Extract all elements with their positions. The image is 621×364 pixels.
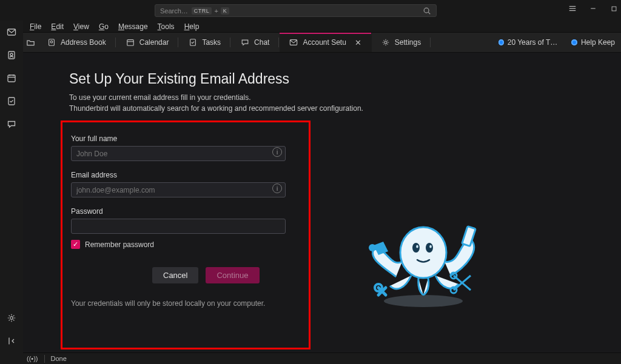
account-form-highlight: Your full name i Email address i Passwor… [61, 121, 310, 349]
svg-rect-8 [8, 51, 15, 59]
octopus-illustration [363, 210, 484, 313]
spaces-settings-icon[interactable] [0, 306, 23, 329]
spaces-mail-icon[interactable] [0, 21, 23, 44]
continue-button[interactable]: Continue [206, 267, 259, 283]
tab-label: Calendar [139, 38, 169, 47]
svg-rect-19 [127, 40, 133, 46]
global-search-input[interactable]: Search… CTRL + K [155, 4, 437, 17]
menu-tools[interactable]: Tools [153, 22, 179, 31]
tab-label: Tasks [202, 38, 221, 47]
minimize-button[interactable] [588, 4, 598, 13]
window-controls [568, 4, 619, 13]
svg-rect-17 [49, 39, 55, 46]
menu-message[interactable]: Message [114, 22, 152, 31]
password-input[interactable] [71, 219, 286, 234]
status-bar: ((•)) Done [23, 352, 621, 364]
credentials-note: Your credentials will only be stored loc… [71, 299, 300, 308]
page-subtitle: To use your current email address fill i… [69, 92, 363, 114]
connectivity-icon[interactable]: ((•)) [27, 355, 38, 362]
pill-label: 20 Years of Thund [508, 38, 559, 47]
menu-go[interactable]: Go [95, 22, 113, 31]
dot-icon [498, 39, 504, 45]
spaces-tasks-icon[interactable] [0, 90, 23, 113]
svg-point-0 [424, 8, 429, 13]
spaces-toolbar [0, 21, 23, 352]
svg-point-15 [10, 317, 13, 320]
password-label: Password [71, 207, 300, 216]
svg-point-24 [384, 295, 463, 307]
tab-account-setup[interactable]: Account Setu ✕ [280, 33, 371, 52]
cancel-button[interactable]: Cancel [152, 267, 198, 283]
menu-edit[interactable]: Edit [47, 22, 68, 31]
remember-password-label: Remember password [85, 240, 154, 249]
svg-point-30 [369, 244, 376, 251]
svg-point-28 [416, 245, 418, 248]
tab-label: Chat [254, 38, 269, 47]
search-shortcut-hint: CTRL + K [192, 7, 229, 15]
maximize-button[interactable] [609, 4, 619, 13]
svg-rect-6 [612, 7, 616, 11]
gear-icon [381, 38, 390, 47]
tab-bar: Address Book Calendar Tasks Chat Account… [23, 33, 621, 53]
svg-rect-21 [190, 39, 196, 46]
svg-point-29 [429, 245, 432, 248]
tab-settings[interactable]: Settings [372, 33, 431, 52]
mail-settings-icon [289, 38, 298, 47]
pill-label: Help Keep [581, 38, 615, 47]
page-title: Set Up Your Existing Email Address [69, 71, 289, 87]
calendar-icon [126, 38, 135, 47]
svg-point-25 [400, 227, 446, 278]
folder-pane-icon[interactable] [23, 33, 38, 52]
tab-label: Settings [395, 38, 421, 47]
svg-point-23 [384, 41, 387, 44]
email-input[interactable] [71, 182, 286, 197]
dot-icon [571, 39, 577, 45]
tab-tasks[interactable]: Tasks [179, 33, 231, 52]
svg-point-27 [426, 243, 433, 253]
close-icon[interactable]: ✕ [355, 38, 361, 47]
svg-rect-14 [8, 98, 15, 105]
notification-pill-2[interactable]: Help Keep [565, 38, 621, 47]
search-icon [423, 7, 431, 15]
spaces-calendar-icon[interactable] [0, 67, 23, 90]
svg-point-18 [50, 41, 53, 43]
tasks-icon [189, 38, 197, 47]
titlebar: Search… CTRL + K [0, 0, 621, 21]
chat-icon [241, 38, 249, 47]
svg-line-1 [428, 12, 430, 14]
remember-password-checkbox[interactable]: ✓ [71, 240, 80, 249]
app-menu-icon[interactable] [568, 4, 577, 13]
search-placeholder: Search… [160, 7, 188, 15]
status-text: Done [51, 355, 67, 362]
spaces-chat-icon[interactable] [0, 113, 23, 136]
notification-pill-1[interactable]: 20 Years of Thund [492, 38, 565, 47]
content-area: Set Up Your Existing Email Address To us… [23, 53, 621, 352]
name-label: Your full name [71, 134, 300, 143]
menu-bar: File Edit View Go Message Tools Help [23, 21, 621, 33]
addressbook-icon [47, 38, 56, 47]
tab-addressbook[interactable]: Address Book [38, 33, 116, 52]
svg-rect-10 [8, 75, 15, 82]
tab-chat[interactable]: Chat [231, 33, 280, 52]
full-name-input[interactable] [71, 146, 286, 161]
email-label: Email address [71, 171, 300, 179]
svg-point-26 [412, 243, 420, 253]
menu-view[interactable]: View [69, 22, 93, 31]
tab-calendar[interactable]: Calendar [116, 33, 180, 52]
spaces-addressbook-icon[interactable] [0, 44, 23, 67]
tab-label: Account Setu [303, 38, 346, 47]
svg-point-9 [10, 53, 13, 56]
tab-label: Address Book [61, 38, 106, 47]
menu-help[interactable]: Help [180, 22, 204, 31]
spaces-collapse-icon[interactable] [0, 329, 23, 352]
menu-file[interactable]: File [25, 22, 45, 31]
